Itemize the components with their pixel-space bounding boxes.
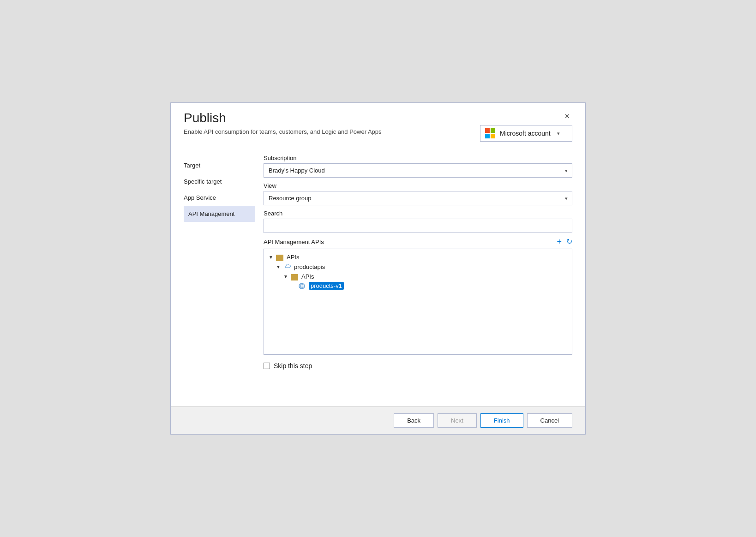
microsoft-logo [485, 128, 495, 138]
view-select-wrapper: Resource group Location Type ▾ [264, 191, 572, 205]
dialog-body: Target Specific target App Service API M… [171, 146, 585, 406]
sidebar-item-app-service[interactable]: App Service [184, 190, 255, 206]
cloud-icon-productapis [283, 263, 291, 271]
cancel-button[interactable]: Cancel [527, 413, 572, 428]
tree-arrow-apis-sub: ▼ [283, 274, 289, 279]
account-chevron-icon: ▾ [557, 131, 560, 137]
skip-label: Skip this step [274, 362, 312, 370]
view-select[interactable]: Resource group Location Type [264, 191, 572, 205]
tree-node-productapis[interactable]: ▼ productapis [269, 262, 567, 272]
subscription-select[interactable]: Brady's Happy Cloud [264, 163, 572, 178]
next-button[interactable]: Next [438, 413, 477, 428]
folder-icon-root [276, 255, 283, 261]
globe-icon-products-v1 [298, 282, 306, 290]
tree-label-apis-sub: APIs [301, 273, 314, 280]
dialog-header: Publish Enable API consumption for teams… [171, 103, 585, 146]
close-button[interactable]: × [562, 111, 572, 121]
skip-step-row: Skip this step [264, 362, 572, 370]
sidebar: Target Specific target App Service API M… [184, 155, 255, 401]
api-management-section: API Management APIs + ↻ ▼ APIs ▼ [264, 238, 572, 355]
folder-icon-sub [291, 274, 298, 280]
ms-logo-green [491, 128, 495, 133]
subscription-label: Subscription [264, 155, 572, 161]
tree-node-apis-sub[interactable]: ▼ APIs [269, 272, 567, 281]
subscription-select-wrapper: Brady's Happy Cloud ▾ [264, 163, 572, 178]
refresh-button[interactable]: ↻ [566, 238, 572, 245]
account-selector[interactable]: Microsoft account ▾ [480, 125, 572, 142]
sidebar-item-target[interactable]: Target [184, 157, 255, 173]
sidebar-item-specific-target[interactable]: Specific target [184, 173, 255, 190]
subscription-field-group: Subscription Brady's Happy Cloud ▾ [264, 155, 572, 178]
tree-node-products-v1[interactable]: products-v1 [269, 281, 567, 291]
dialog-footer: Back Next Finish Cancel [171, 406, 585, 434]
account-label: Microsoft account [500, 130, 551, 137]
ms-logo-blue [485, 134, 490, 138]
tree-label-apis-root: APIs [287, 254, 299, 261]
sidebar-item-api-management[interactable]: API Management [184, 206, 255, 222]
search-field-group: Search [264, 210, 572, 233]
view-label: View [264, 182, 572, 189]
view-field-group: View Resource group Location Type ▾ [264, 182, 572, 205]
publish-dialog: Publish Enable API consumption for teams… [170, 102, 586, 435]
ms-logo-red [485, 128, 490, 133]
api-section-title: API Management APIs [264, 239, 324, 245]
ms-logo-yellow [491, 134, 495, 138]
api-section-header: API Management APIs + ↻ [264, 238, 572, 246]
dialog-title: Publish [184, 111, 382, 125]
tree-arrow-productapis: ▼ [276, 264, 282, 269]
title-section: Publish Enable API consumption for teams… [184, 111, 382, 135]
search-input[interactable] [264, 219, 572, 233]
finish-button[interactable]: Finish [480, 413, 523, 428]
search-label: Search [264, 210, 572, 217]
tree-node-root-apis[interactable]: ▼ APIs [269, 253, 567, 262]
dialog-subtitle: Enable API consumption for teams, custom… [184, 128, 382, 135]
main-content: Subscription Brady's Happy Cloud ▾ View … [255, 155, 572, 401]
tree-arrow-root: ▼ [269, 255, 274, 260]
skip-checkbox[interactable] [264, 363, 270, 369]
api-section-actions: + ↻ [557, 238, 572, 246]
tree-label-productapis: productapis [294, 263, 325, 270]
tree-label-products-v1[interactable]: products-v1 [309, 282, 344, 290]
add-api-button[interactable]: + [557, 238, 562, 246]
api-tree-panel: ▼ APIs ▼ productapis [264, 249, 572, 355]
back-button[interactable]: Back [394, 413, 434, 428]
